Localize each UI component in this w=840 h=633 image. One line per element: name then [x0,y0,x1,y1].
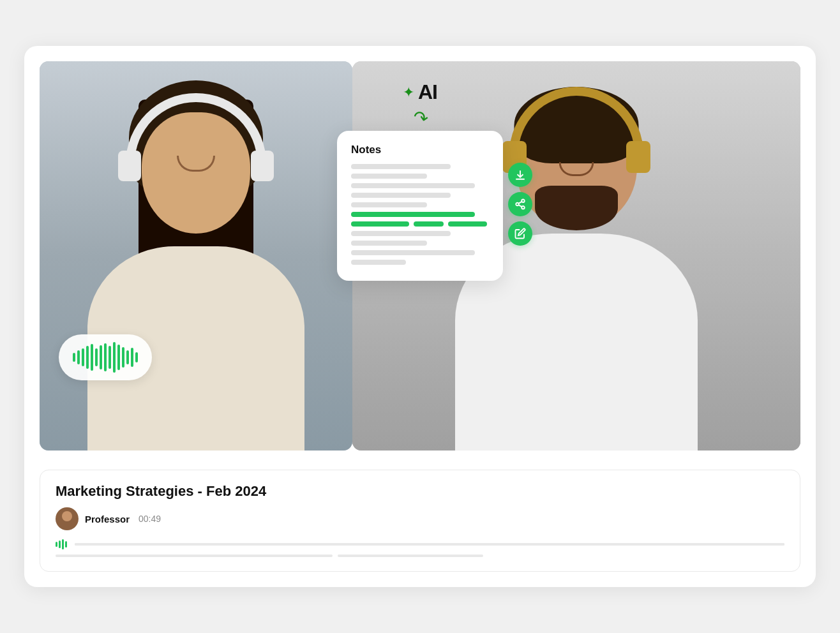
segment-1 [56,555,333,557]
svg-line-4 [518,202,521,204]
woman-headphone-cup-right [251,151,274,181]
notes-line-5 [351,202,427,207]
main-card: ✦ AI ↷ Notes [24,46,816,587]
wave-bar-13 [126,350,129,364]
wave-bar-1 [73,353,75,362]
wave-bar-4 [86,346,89,369]
ai-text: AI [418,80,437,104]
notes-green-3 [414,221,444,227]
notes-line-9 [351,260,406,265]
notes-line-1 [351,164,451,169]
wave-bar-6 [95,348,98,366]
wave-bar-10 [113,342,116,373]
progress-fill [75,543,784,546]
segment-2 [338,555,483,557]
wave-bar-12 [122,347,124,368]
wave-bar-2 [77,350,80,364]
notes-card: Notes [337,131,503,281]
svg-point-1 [516,203,519,206]
woman-headphone-cup-left [118,151,141,181]
audio-player-row [56,539,784,549]
man-headphone-cup-right [626,141,650,173]
wave-bar-14 [131,348,133,367]
middle-overlay: ✦ AI ↷ Notes [352,61,488,451]
waveform-badge [59,334,152,380]
download-button[interactable] [508,163,532,187]
person-left-figure [40,61,352,451]
share-button[interactable] [508,192,532,216]
mini-wave-3 [62,539,64,549]
ai-sparkle-icon: ✦ [403,86,414,100]
video-section: ✦ AI ↷ Notes [40,61,800,457]
ai-label: ✦ AI [403,80,437,104]
svg-line-3 [518,205,521,207]
wave-bar-3 [82,348,84,366]
notes-line-8 [351,250,475,255]
mini-waveform [56,539,67,549]
bottom-section: Marketing Strategies - Feb 2024 Professo… [40,470,800,572]
video-panel-left [40,61,352,451]
mini-wave-2 [59,540,61,548]
speaker-name: Professor [85,514,130,525]
notes-line-green-1 [351,212,475,217]
wave-bar-9 [109,346,111,369]
notes-line-4 [351,193,451,198]
notes-line-2 [351,174,427,179]
notes-title: Notes [351,144,489,156]
svg-point-2 [521,206,525,209]
wave-bar-7 [100,345,102,369]
edit-button[interactable] [508,221,532,246]
wave-bar-5 [91,344,93,371]
notes-line-6 [351,231,451,236]
notes-line-3 [351,183,475,188]
notes-green-4 [448,221,486,227]
notes-action-buttons [508,163,532,246]
wave-bar-15 [135,352,138,362]
notes-line-7 [351,241,427,246]
mini-wave-4 [65,541,67,547]
svg-point-5 [62,511,72,521]
speaker-time: 00:49 [139,514,161,524]
ai-arrow-icon: ↷ [411,108,429,128]
speaker-avatar [56,507,79,530]
speaker-row: Professor 00:49 [56,507,784,530]
wave-bar-11 [117,345,120,370]
man-beard [535,186,618,230]
svg-point-0 [521,200,525,203]
meeting-title: Marketing Strategies - Feb 2024 [56,483,784,500]
notes-green-2 [351,221,409,227]
wave-bar-8 [104,343,107,371]
mini-wave-1 [56,542,57,547]
notes-green-row [351,221,489,227]
progress-track[interactable] [75,543,784,546]
progress-segments [56,555,784,557]
